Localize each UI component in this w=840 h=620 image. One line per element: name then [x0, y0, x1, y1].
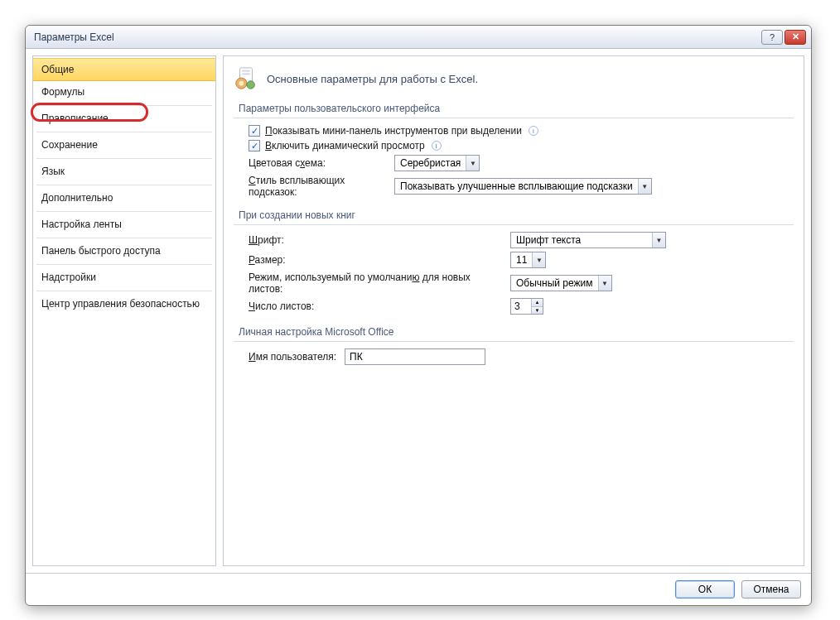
excel-options-dialog: Параметры Excel ? ✕ Общие Формулы Правоп…	[25, 25, 812, 606]
svg-point-5	[247, 81, 254, 89]
sidebar-item-language[interactable]: Язык	[33, 161, 215, 183]
sidebar-separator	[36, 185, 212, 185]
view-row: Режим, используемый по умолчанию для нов…	[249, 272, 794, 295]
window-title: Параметры Excel	[34, 31, 760, 43]
section-newwb-title: При создании новых книг	[234, 206, 794, 225]
chevron-down-icon: ▼	[532, 252, 545, 267]
sidebar-separator	[36, 132, 212, 132]
color-scheme-label: Цветовая схема:	[249, 157, 389, 169]
dialog-content: Общие Формулы Правописание Сохранение Яз…	[26, 49, 811, 573]
sidebar-item-save[interactable]: Сохранение	[33, 134, 215, 156]
chevron-down-icon: ▼	[652, 233, 665, 248]
svg-rect-2	[242, 73, 249, 74]
main-panel: Основные параметры для работы с Excel. П…	[223, 55, 804, 566]
close-button[interactable]: ✕	[784, 30, 806, 45]
sidebar-separator	[36, 211, 212, 212]
titlebar[interactable]: Параметры Excel ? ✕	[26, 26, 811, 49]
cancel-button[interactable]: Отмена	[741, 580, 801, 598]
sidebar-item-general[interactable]: Общие	[33, 58, 215, 81]
color-scheme-row: Цветовая схема: Серебристая ▼	[249, 155, 794, 171]
tooltip-style-label: Стиль всплывающих подсказок:	[249, 175, 389, 198]
view-label: Режим, используемый по умолчанию для нов…	[249, 272, 505, 295]
sheets-spinner[interactable]: 3 ▲▼	[510, 298, 543, 315]
sidebar-item-ribbon[interactable]: Настройка ленты	[33, 214, 215, 236]
checkbox-live-preview-label: Включить динамический просмотр	[265, 140, 425, 151]
check-icon: ✓	[251, 127, 258, 136]
tooltip-style-row: Стиль всплывающих подсказок: Показывать …	[249, 175, 794, 198]
sidebar-item-advanced[interactable]: Дополнительно	[33, 187, 215, 209]
sidebar-item-proofing[interactable]: Правописание	[33, 108, 215, 130]
chevron-down-icon: ▼	[638, 179, 651, 194]
sheets-label: Число листов:	[249, 300, 505, 312]
panel-heading: Основные параметры для работы с Excel.	[267, 73, 478, 85]
panel-header: Основные параметры для работы с Excel.	[234, 66, 794, 91]
ok-button[interactable]: ОК	[675, 580, 735, 598]
spin-up-icon[interactable]: ▲	[532, 299, 543, 307]
sidebar-item-addins[interactable]: Надстройки	[33, 267, 215, 289]
tooltip-style-select[interactable]: Показывать улучшенные всплывающие подска…	[394, 178, 652, 195]
checkbox-mini-toolbar-label: Показывать мини-панель инструментов при …	[265, 125, 522, 137]
view-select[interactable]: Обычный режим ▼	[510, 275, 612, 291]
username-input[interactable]: ПК	[345, 348, 485, 365]
sidebar-item-formulas[interactable]: Формулы	[33, 81, 215, 103]
spin-down-icon[interactable]: ▼	[532, 307, 543, 315]
sidebar-separator	[36, 264, 212, 265]
checkbox-mini-toolbar-row: ✓ Показывать мини-панель инструментов пр…	[249, 125, 794, 137]
sidebar-separator	[36, 105, 212, 106]
sidebar-separator	[36, 238, 212, 238]
svg-rect-1	[242, 70, 249, 72]
svg-point-4	[239, 81, 244, 86]
sidebar-item-qat[interactable]: Панель быстрого доступа	[33, 240, 215, 262]
help-button[interactable]: ?	[761, 30, 783, 45]
info-icon[interactable]: i	[432, 141, 442, 151]
username-row: Имя пользователя: ПК	[249, 348, 794, 365]
section-personal-title: Личная настройка Microsoft Office	[234, 323, 794, 342]
username-label: Имя пользователя:	[249, 351, 340, 363]
size-select[interactable]: 11 ▼	[510, 252, 546, 268]
sidebar-separator	[36, 291, 212, 291]
chevron-down-icon: ▼	[598, 276, 611, 291]
checkbox-live-preview[interactable]: ✓	[249, 140, 260, 151]
checkbox-mini-toolbar[interactable]: ✓	[249, 125, 260, 137]
help-icon: ?	[770, 32, 775, 42]
chevron-down-icon: ▼	[466, 156, 479, 171]
settings-icon	[234, 66, 258, 91]
sidebar-item-trustcenter[interactable]: Центр управления безопасностью	[33, 293, 215, 315]
dialog-footer: ОК Отмена	[26, 573, 811, 605]
category-sidebar: Общие Формулы Правописание Сохранение Яз…	[32, 55, 216, 566]
sidebar-separator	[36, 158, 212, 159]
font-row: Шрифт: Шрифт текста ▼	[249, 232, 794, 248]
font-label: Шрифт:	[249, 234, 505, 246]
font-select[interactable]: Шрифт текста ▼	[510, 232, 666, 248]
info-icon[interactable]: i	[529, 126, 538, 136]
check-icon: ✓	[251, 142, 258, 151]
checkbox-live-preview-row: ✓ Включить динамический просмотр i	[249, 140, 794, 151]
size-label: Размер:	[249, 254, 505, 266]
section-ui-title: Параметры пользовательского интерфейса	[234, 99, 794, 118]
close-icon: ✕	[792, 31, 799, 42]
color-scheme-select[interactable]: Серебристая ▼	[394, 155, 480, 171]
sheets-row: Число листов: 3 ▲▼	[249, 298, 794, 315]
size-row: Размер: 11 ▼	[249, 252, 794, 268]
